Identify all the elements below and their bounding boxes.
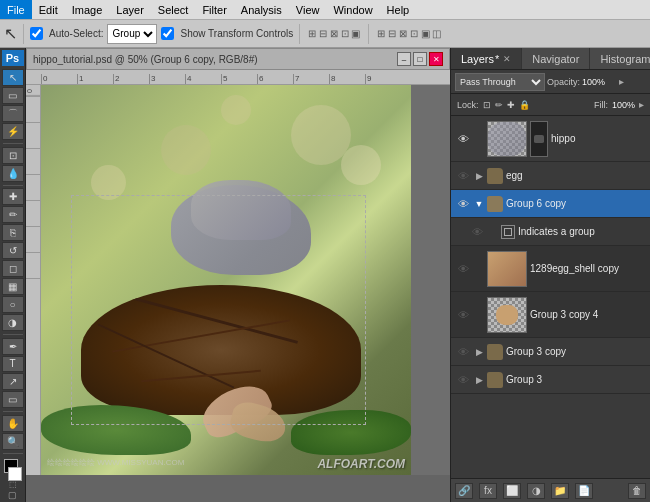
menu-window[interactable]: Window: [326, 0, 379, 19]
menu-filter[interactable]: Filter: [195, 0, 233, 19]
layer-visibility-group3copy[interactable]: 👁: [455, 344, 471, 360]
layer-name-indicates: Indicates a group: [518, 226, 646, 237]
layer-row[interactable]: 👁 ▶ Group 3: [451, 366, 650, 394]
zoom-tool[interactable]: 🔍: [2, 433, 24, 450]
lasso-tool[interactable]: ⌒: [2, 105, 24, 122]
ruler-v-mark: [26, 252, 40, 278]
auto-select-checkbox[interactable]: [30, 27, 43, 40]
layer-visibility-egg[interactable]: 👁: [455, 168, 471, 184]
canvas-image[interactable]: 绘绘绘绘绘绘 WWW.MISSYUAN.COM ALFOART.COM: [41, 85, 411, 475]
screen-mode-icon[interactable]: ▢: [2, 490, 24, 500]
layer-expand-group3copy[interactable]: ▶: [474, 347, 484, 357]
tool-divider-4: [3, 411, 23, 412]
layer-expand-group6copy[interactable]: ▼: [474, 199, 484, 209]
menu-analysis[interactable]: Analysis: [234, 0, 289, 19]
layer-row[interactable]: 👁 Indicates a group: [451, 218, 650, 246]
new-fill-adjustment-button[interactable]: ◑: [527, 483, 545, 499]
magic-wand-tool[interactable]: ⚡: [2, 123, 24, 140]
lock-position-icon[interactable]: ✚: [507, 100, 515, 110]
menu-view[interactable]: View: [289, 0, 327, 19]
menu-image[interactable]: Image: [65, 0, 110, 19]
menu-help[interactable]: Help: [380, 0, 417, 19]
vertical-ruler: 0: [26, 85, 41, 475]
ruler-v-mark: [26, 278, 40, 304]
close-button[interactable]: ✕: [429, 52, 443, 66]
pen-tool[interactable]: ✒: [2, 338, 24, 355]
marquee-tool[interactable]: ▭: [2, 87, 24, 104]
crop-tool[interactable]: ⊡: [2, 147, 24, 164]
shape-tool[interactable]: ▭: [2, 391, 24, 408]
layer-expand-eggshell[interactable]: [474, 264, 484, 274]
eyedropper-tool[interactable]: 💧: [2, 165, 24, 182]
add-mask-button[interactable]: ⬜: [503, 483, 521, 499]
fill-arrow[interactable]: ▸: [639, 99, 644, 110]
eraser-tool[interactable]: ◻: [2, 260, 24, 277]
layer-expand-group3copy4[interactable]: [474, 310, 484, 320]
lock-pixels-icon[interactable]: ⊡: [483, 100, 491, 110]
ruler-mark: 0: [41, 74, 77, 84]
canvas-titlebar: hippo_tutorial.psd @ 50% (Group 6 copy, …: [26, 48, 450, 70]
divider-3: [368, 24, 369, 44]
maximize-button[interactable]: □: [413, 52, 427, 66]
link-layers-button[interactable]: 🔗: [455, 483, 473, 499]
minimize-button[interactable]: –: [397, 52, 411, 66]
move-tool[interactable]: ↖: [2, 69, 24, 86]
path-select-tool[interactable]: ↗: [2, 373, 24, 390]
blend-mode-select[interactable]: Pass Through Normal Multiply Screen Over…: [455, 73, 545, 91]
delete-layer-button[interactable]: 🗑: [628, 483, 646, 499]
color-swatches: [2, 459, 24, 478]
background-color[interactable]: [8, 467, 22, 481]
tab-navigator[interactable]: Navigator: [522, 48, 590, 69]
tab-histogram[interactable]: Histogram: [590, 48, 650, 69]
ruler-mark: 1: [77, 74, 113, 84]
history-brush-tool[interactable]: ↺: [2, 242, 24, 259]
divider-2: [299, 24, 300, 44]
layer-expand-indicates[interactable]: [488, 227, 498, 237]
fx-button[interactable]: fx: [479, 483, 497, 499]
layer-visibility-group6copy[interactable]: 👁: [455, 196, 471, 212]
tab-layers[interactable]: Layers * ✕: [451, 48, 522, 69]
indicates-group-icon: [501, 225, 515, 239]
new-layer-button[interactable]: 📄: [575, 483, 593, 499]
layer-visibility-hippo[interactable]: 👁: [455, 131, 471, 147]
layer-visibility-eggshell[interactable]: 👁: [455, 261, 471, 277]
ruler-v-mark: [26, 200, 40, 226]
layer-row[interactable]: 👁 ▼ Group 6 copy: [451, 190, 650, 218]
layer-expand-group3[interactable]: ▶: [474, 375, 484, 385]
layer-expand-hippo[interactable]: [474, 134, 484, 144]
menu-edit[interactable]: Edit: [32, 0, 65, 19]
brush-tool[interactable]: ✏: [2, 206, 24, 223]
layer-thumb-hippo: [487, 121, 527, 157]
show-transform-checkbox[interactable]: [161, 27, 174, 40]
layer-name-group6copy: Group 6 copy: [506, 198, 646, 209]
layer-visibility-indicates[interactable]: 👁: [469, 224, 485, 240]
type-tool[interactable]: T: [2, 356, 24, 373]
menu-file[interactable]: File: [0, 0, 32, 19]
opacity-arrow[interactable]: ▸: [619, 76, 624, 87]
layer-row[interactable]: 👁 ▶ egg: [451, 162, 650, 190]
layer-row[interactable]: 👁 hippo: [451, 116, 650, 162]
tab-layers-close[interactable]: ✕: [503, 54, 511, 64]
auto-select-dropdown[interactable]: Group Layer: [107, 24, 157, 44]
hand-tool[interactable]: ✋: [2, 415, 24, 432]
mode-icons[interactable]: ⬚: [2, 480, 24, 489]
layer-expand-egg[interactable]: ▶: [474, 171, 484, 181]
layer-row[interactable]: 👁 1289egg_shell copy: [451, 246, 650, 292]
dodge-tool[interactable]: ◑: [2, 314, 24, 331]
canvas-area: hippo_tutorial.psd @ 50% (Group 6 copy, …: [26, 48, 450, 502]
clone-tool[interactable]: ⎘: [2, 224, 24, 241]
layer-row[interactable]: 👁 Group 3 copy 4: [451, 292, 650, 338]
blur-tool[interactable]: ○: [2, 296, 24, 313]
move-tool-icon[interactable]: ↖: [4, 24, 17, 43]
lock-all-icon[interactable]: 🔒: [519, 100, 530, 110]
layer-visibility-group3copy4[interactable]: 👁: [455, 307, 471, 323]
menu-layer[interactable]: Layer: [109, 0, 151, 19]
gradient-tool[interactable]: ▦: [2, 278, 24, 295]
layer-row[interactable]: 👁 ▶ Group 3 copy: [451, 338, 650, 366]
spot-heal-tool[interactable]: ✚: [2, 188, 24, 205]
menu-select[interactable]: Select: [151, 0, 196, 19]
lock-image-icon[interactable]: ✏: [495, 100, 503, 110]
layer-visibility-group3[interactable]: 👁: [455, 372, 471, 388]
new-group-button[interactable]: 📁: [551, 483, 569, 499]
fill-value: 100%: [612, 100, 635, 110]
